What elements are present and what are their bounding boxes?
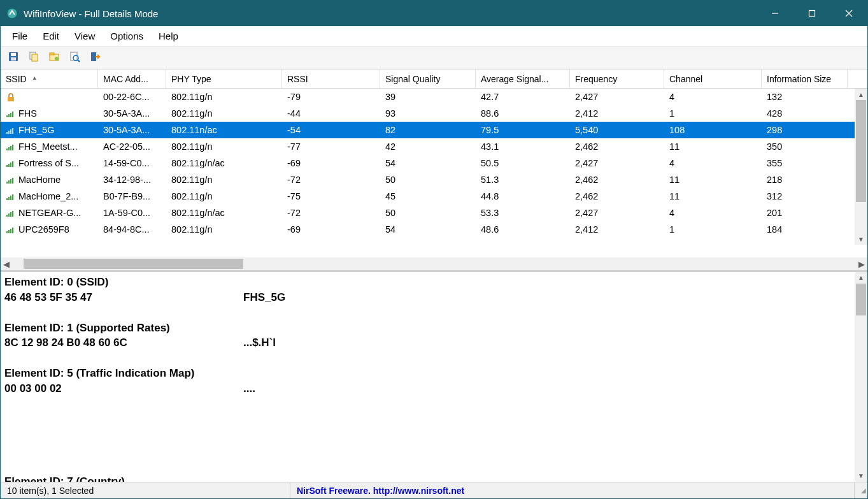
svg-rect-42	[6, 215, 8, 217]
column-header-freq[interactable]: Frequency	[570, 69, 664, 88]
cell-ch: 11	[664, 173, 762, 186]
svg-rect-29	[12, 145, 13, 150]
maximize-button[interactable]	[793, 1, 830, 26]
scrollbar-thumb[interactable]	[24, 259, 243, 269]
table-row[interactable]: FHS_5G30-5A-3A...802.11n/ac-548279.55,54…	[1, 122, 867, 138]
svg-rect-32	[10, 163, 11, 167]
cell-asq: 79.5	[476, 124, 570, 136]
svg-rect-39	[8, 197, 10, 200]
cell-freq: 5,540	[570, 124, 664, 136]
svg-rect-2	[809, 11, 815, 17]
svg-rect-18	[6, 115, 8, 117]
cell-asq: 43.1	[476, 140, 570, 153]
cell-ch: 4	[664, 206, 762, 219]
menu-help[interactable]: Help	[151, 28, 186, 44]
details-pane: Element ID: 0 (SSID)46 48 53 5F 35 47FHS…	[1, 272, 867, 482]
cell-phy: 802.11g/n/ac	[166, 157, 282, 170]
svg-rect-6	[11, 53, 16, 56]
svg-rect-23	[8, 131, 10, 134]
scrollbar-thumb[interactable]	[856, 284, 866, 315]
cell-freq: 2,427	[570, 157, 664, 170]
cell-rssi: -77	[282, 140, 380, 153]
resize-grip-icon[interactable]: ◢	[855, 486, 867, 495]
column-header-asq[interactable]: Average Signal...	[476, 69, 570, 88]
svg-rect-47	[8, 230, 10, 233]
cell-sq: 54	[380, 223, 476, 236]
status-link[interactable]: NirSoft Freeware. http://www.nirsoft.net	[290, 482, 855, 498]
menu-file[interactable]: File	[4, 28, 35, 44]
menu-edit[interactable]: Edit	[35, 28, 67, 44]
svg-rect-19	[8, 114, 10, 117]
vertical-scrollbar[interactable]: ▲ ▼	[855, 272, 867, 482]
cell-freq: 2,412	[570, 223, 664, 236]
close-button[interactable]	[830, 1, 867, 26]
svg-rect-21	[12, 112, 13, 117]
table-row[interactable]: NETGEAR-G...1A-59-C0...802.11g/n/ac-7250…	[1, 205, 867, 221]
svg-rect-9	[32, 54, 38, 61]
window-title: WifiInfoView - Full Details Mode	[24, 8, 757, 19]
svg-rect-49	[12, 228, 13, 233]
cell-freq: 2,427	[570, 206, 664, 219]
column-header-mac[interactable]: MAC Add...	[98, 69, 166, 88]
horizontal-scrollbar[interactable]: ◀ ▶	[1, 257, 867, 270]
cell-ssid: NETGEAR-G...	[1, 206, 98, 219]
svg-rect-28	[10, 146, 11, 150]
save-button[interactable]	[4, 49, 22, 67]
cell-mac: 34-12-98-...	[98, 173, 166, 186]
svg-rect-25	[12, 128, 13, 134]
column-header-sq[interactable]: Signal Quality	[380, 69, 476, 88]
element-block: Element ID: 0 (SSID)46 48 53 5F 35 47FHS…	[4, 275, 864, 305]
scroll-down-icon[interactable]: ▼	[855, 470, 867, 482]
vertical-scrollbar[interactable]: ▲ ▼	[855, 89, 867, 245]
element-ascii: ....	[243, 381, 255, 396]
find-button[interactable]	[66, 49, 83, 67]
column-header-ch[interactable]: Channel	[664, 69, 762, 88]
menu-view[interactable]: View	[67, 28, 103, 44]
scroll-left-icon[interactable]: ◀	[1, 259, 12, 269]
properties-button[interactable]	[45, 49, 63, 67]
svg-line-15	[78, 60, 80, 62]
toolbar	[1, 47, 867, 69]
cell-is: 132	[762, 90, 848, 103]
cell-ssid: MacHome_2...	[1, 190, 98, 203]
table-row[interactable]: Fortress of S...14-59-C0...802.11g/n/ac-…	[1, 155, 867, 171]
statusbar: 10 item(s), 1 Selected NirSoft Freeware.…	[1, 482, 867, 498]
element-header: Element ID: 0 (SSID)	[4, 275, 864, 290]
column-header-phy[interactable]: PHY Type	[166, 69, 282, 88]
cell-rssi: -79	[282, 90, 380, 103]
column-header-is[interactable]: Information Size	[762, 69, 848, 88]
element-block: Element ID: 1 (Supported Rates)8C 12 98 …	[4, 321, 864, 351]
signal-icon	[6, 192, 16, 200]
cell-asq: 44.8	[476, 190, 570, 203]
table-row[interactable]: FHS30-5A-3A...802.11g/n-449388.62,412142…	[1, 105, 867, 122]
network-listview[interactable]: SSID▼MAC Add...PHY TypeRSSISignal Qualit…	[1, 69, 867, 257]
svg-point-12	[55, 57, 59, 61]
table-row[interactable]: MacHome34-12-98-...802.11g/n-725051.32,4…	[1, 171, 867, 188]
table-row[interactable]: MacHome_2...B0-7F-B9...802.11g/n-754544.…	[1, 188, 867, 205]
minimize-button[interactable]	[757, 1, 793, 26]
cell-freq: 2,427	[570, 90, 664, 103]
cell-ch: 1	[664, 107, 762, 120]
cell-phy: 802.11g/n	[166, 90, 282, 103]
scroll-down-icon[interactable]: ▼	[855, 233, 867, 245]
scroll-right-icon[interactable]: ▶	[856, 259, 867, 269]
scrollbar-thumb[interactable]	[856, 100, 866, 202]
cell-freq: 2,412	[570, 107, 664, 120]
signal-icon	[6, 176, 16, 184]
cell-ch: 11	[664, 190, 762, 203]
exit-button[interactable]	[86, 49, 104, 67]
menu-options[interactable]: Options	[103, 28, 151, 44]
scroll-up-icon[interactable]: ▲	[855, 89, 867, 100]
svg-rect-45	[12, 211, 13, 217]
cell-phy: 802.11n/ac	[166, 124, 282, 136]
column-header-rssi[interactable]: RSSI	[282, 69, 380, 88]
table-row[interactable]: FHS_Meetst...AC-22-05...802.11g/n-774243…	[1, 138, 867, 155]
cell-asq: 88.6	[476, 107, 570, 120]
table-row[interactable]: UPC2659F884-94-8C...802.11g/n-695448.62,…	[1, 221, 867, 238]
copy-button[interactable]	[25, 49, 43, 67]
scroll-up-icon[interactable]: ▲	[855, 272, 867, 284]
sort-ascending-icon: ▼	[32, 75, 38, 82]
column-header-ssid[interactable]: SSID▼	[1, 69, 98, 88]
table-row[interactable]: 00-22-6C...802.11g/n-793942.72,4274132	[1, 89, 867, 105]
cell-freq: 2,462	[570, 140, 664, 153]
